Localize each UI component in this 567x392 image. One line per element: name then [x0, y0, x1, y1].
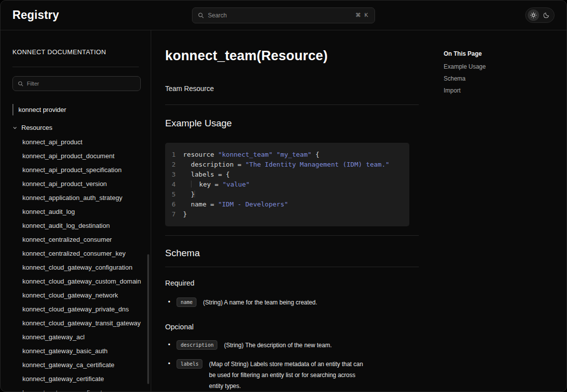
sidebar-item[interactable]: konnect_audit_log — [12, 204, 151, 218]
code-string-token: "my_team" — [277, 151, 311, 158]
header: Registry ⌘ K — [0, 0, 567, 30]
optional-attribute-list: •description(String) The description of … — [165, 340, 419, 392]
code-line: 3 labels = { — [165, 170, 409, 180]
filter-input[interactable] — [27, 81, 135, 87]
line-number: 4 — [165, 180, 183, 190]
divider — [165, 235, 419, 236]
required-heading: Required — [165, 279, 419, 287]
code-string-token: "konnect_team" — [218, 151, 273, 158]
toc-link-list: Example UsageSchemaImport — [444, 63, 543, 94]
filter-bar — [12, 76, 141, 91]
line-number: 6 — [165, 199, 183, 209]
sidebar-item[interactable]: konnect_audit_log_destination — [12, 218, 151, 232]
code-plain-token: { — [311, 151, 319, 158]
code-line: 4 key = "value" — [165, 180, 409, 190]
main-content: konnect_team(Resource) Team Resource Exa… — [151, 30, 567, 392]
optional-heading: Opcional — [165, 323, 419, 331]
sidebar-item[interactable]: konnect_gateway_ca_certificate — [12, 358, 151, 372]
toc-link[interactable]: Schema — [444, 75, 543, 82]
page-title: konnect_team(Resource) — [165, 48, 419, 64]
sidebar-group-label: Resources — [21, 124, 52, 131]
search-bar: ⌘ K — [192, 7, 375, 23]
chevron-down-icon — [12, 125, 17, 130]
search-input[interactable] — [208, 12, 352, 19]
theme-toggle — [525, 7, 555, 23]
search-shortcut: ⌘ K — [356, 12, 369, 18]
code-text: name = "IDM - Developers" — [183, 199, 288, 209]
sidebar-item[interactable]: konnect_application_auth_strategy — [12, 191, 151, 204]
line-number: 1 — [165, 150, 183, 160]
code-plain-token: resource — [183, 151, 218, 158]
attribute-description: (String) The description of the new team… — [224, 340, 332, 351]
code-plain-token — [273, 151, 277, 158]
sidebar: KONNECT DOCUMENTATION konnect provider R… — [0, 30, 151, 392]
divider — [12, 67, 139, 67]
code-line: 6 name = "IDM - Developers" — [165, 199, 409, 209]
sidebar-item[interactable]: konnect_api_product_document — [12, 149, 151, 163]
sidebar-item[interactable]: konnect_api_product_specification — [12, 163, 151, 177]
attribute-item: •labels(Map of String) Labels store meta… — [168, 359, 419, 392]
code-plain-token: key = — [191, 181, 223, 188]
on-this-page-toc: On This Page Example UsageSchemaImport — [444, 50, 543, 99]
example-usage-heading: Example Usage — [165, 118, 419, 129]
line-number: 5 — [165, 190, 183, 199]
toc-link[interactable]: Import — [444, 87, 543, 94]
code-line: 7} — [165, 209, 409, 219]
divider — [165, 267, 419, 267]
code-text: resource "konnect_team" "my_team" { — [183, 150, 319, 160]
attribute-item: •description(String) The description of … — [168, 340, 419, 351]
sidebar-item-list: konnect_api_productkonnect_api_product_d… — [12, 135, 151, 392]
brand-title: Registry — [12, 8, 59, 22]
sidebar-item[interactable]: konnect_gateway_config_store — [12, 386, 151, 392]
search-icon — [198, 12, 204, 18]
filter-search-icon — [18, 81, 23, 87]
code-line: 2 description = "The Identity Management… — [165, 160, 409, 170]
code-string-token: "IDM - Developers" — [218, 200, 288, 208]
attribute-badge: name — [177, 297, 196, 307]
sidebar-item[interactable]: konnect_cloud_gateway_private_dns — [12, 302, 151, 316]
sidebar-item[interactable]: konnect_api_product — [12, 135, 151, 149]
sidebar-item[interactable]: konnect_centralized_consumer_key — [12, 246, 151, 260]
code-plain-token: labels = { — [183, 171, 230, 178]
app-window: Registry ⌘ K KONNECT DOCUMENTATION — [0, 0, 567, 392]
sidebar-item[interactable]: konnect_gateway_basic_auth — [12, 344, 151, 358]
sidebar-item-konnect-provider[interactable]: konnect provider — [12, 104, 151, 115]
doc-article: konnect_team(Resource) Team Resource Exa… — [165, 48, 419, 392]
sidebar-item[interactable]: konnect_cloud_gateway_transit_gateway — [12, 316, 151, 330]
schema-heading: Schema — [165, 248, 419, 259]
bullet-dot: • — [168, 340, 170, 350]
code-plain-token — [183, 181, 191, 188]
bullet-dot: • — [168, 297, 170, 307]
light-mode-button[interactable] — [528, 9, 539, 21]
sidebar-item[interactable]: konnect_gateway_acl — [12, 330, 151, 344]
toc-title: On This Page — [444, 50, 543, 57]
code-block: 1resource "konnect_team" "my_team" {2 de… — [165, 143, 409, 226]
sidebar-item[interactable]: konnect_cloud_gateway_custom_domain — [12, 274, 151, 288]
sidebar-item[interactable]: konnect_cloud_gateway_configuration — [12, 260, 151, 274]
sidebar-item[interactable]: konnect_cloud_gateway_network — [12, 288, 151, 302]
code-text: key = "value" — [183, 180, 250, 190]
sun-icon — [530, 12, 537, 18]
code-text: labels = { — [183, 170, 230, 180]
sidebar-scrollbar[interactable] — [147, 254, 149, 384]
sidebar-item[interactable]: konnect_gateway_certificate — [12, 372, 151, 386]
resource-description: Team Resource — [165, 85, 419, 93]
attribute-description: (Map of String) Labels store metadata of… — [209, 359, 369, 392]
code-plain-token: } — [183, 210, 187, 218]
attribute-badge: labels — [177, 359, 202, 369]
code-text: } — [183, 190, 195, 199]
line-number: 2 — [165, 160, 183, 170]
code-line: 5 } — [165, 190, 409, 199]
sidebar-item[interactable]: konnect_api_product_version — [12, 177, 151, 191]
dark-mode-button[interactable] — [541, 9, 552, 21]
code-string-token: "The Identity Management (IDM) team." — [245, 161, 389, 168]
code-line: 1resource "konnect_team" "my_team" { — [165, 150, 409, 160]
toc-link[interactable]: Example Usage — [444, 63, 543, 70]
required-attribute-list: •name(String) A name for the team being … — [165, 297, 419, 308]
attribute-description: (String) A name for the team being creat… — [203, 297, 317, 308]
sidebar-item[interactable]: konnect_centralized_consumer — [12, 232, 151, 246]
sidebar-group-resources[interactable]: Resources — [12, 120, 151, 135]
code-string-token: "value" — [222, 181, 250, 188]
sidebar-heading: KONNECT DOCUMENTATION — [12, 48, 151, 56]
bullet-dot: • — [168, 359, 170, 369]
